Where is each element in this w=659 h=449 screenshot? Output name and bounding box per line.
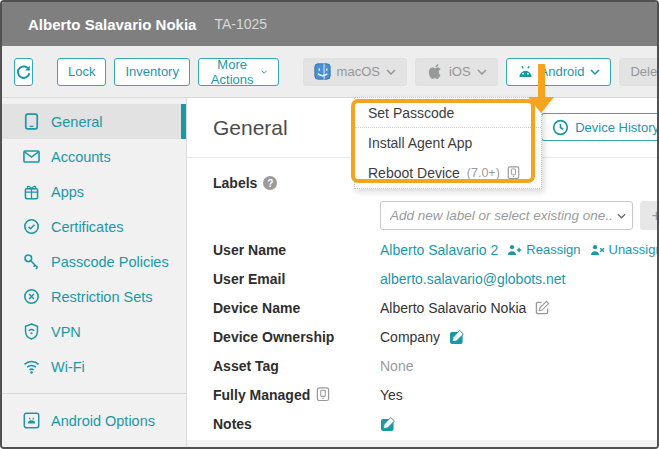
- sidebar-item-android-options[interactable]: Android Options: [2, 403, 186, 438]
- sidebar-label: Certificates: [51, 219, 124, 235]
- general-fields: Labels ? None + User Name: [187, 158, 659, 438]
- action-toolbar: Lock Inventory More Actions macOS iOS: [2, 46, 657, 98]
- device-ownership-row: Device Ownership Company: [213, 322, 659, 351]
- field-label: Notes: [213, 416, 380, 432]
- device-model: TA-1025: [214, 16, 267, 32]
- edit-filled-icon[interactable]: [380, 416, 396, 432]
- shield-wifi-icon: [23, 323, 40, 340]
- sidebar-label: Accounts: [51, 149, 111, 165]
- apple-icon: [426, 63, 443, 80]
- device-sidebar: General Accounts Apps Certificates Passc…: [2, 98, 187, 447]
- inventory-label: Inventory: [125, 64, 178, 79]
- android-icon: [517, 63, 534, 80]
- sidebar-item-restriction-sets[interactable]: Restriction Sets: [2, 279, 186, 314]
- add-label-input[interactable]: [380, 201, 633, 230]
- asset-tag-row: Asset Tag None: [213, 351, 659, 380]
- edit-filled-icon[interactable]: [449, 329, 465, 345]
- add-label-button[interactable]: +: [640, 201, 659, 230]
- sidebar-item-vpn[interactable]: VPN: [2, 314, 186, 349]
- window-body: General Accounts Apps Certificates Passc…: [2, 98, 657, 447]
- sidebar-label: Apps: [51, 184, 84, 200]
- android-label: Android: [540, 64, 585, 79]
- edit-icon[interactable]: [535, 300, 550, 315]
- sidebar-item-apps[interactable]: Apps: [2, 174, 186, 209]
- user-name-row: User Name Alberto Salavario 2 Reassign U…: [213, 235, 659, 264]
- lock-button[interactable]: Lock: [57, 58, 106, 86]
- device-history-label: Device History: [575, 120, 659, 135]
- reassign-link[interactable]: Reassign: [507, 242, 580, 257]
- help-icon[interactable]: ?: [263, 176, 277, 190]
- clock-icon: [552, 119, 569, 136]
- certificate-seal-icon: [23, 218, 40, 235]
- macos-menu-button[interactable]: macOS: [303, 58, 407, 86]
- android-options-icon: [23, 412, 40, 429]
- menu-item-install-agent-app[interactable]: Install Agent App: [355, 128, 541, 158]
- user-email-link[interactable]: alberto.salavario@globots.net: [380, 271, 565, 287]
- ios-label: iOS: [449, 64, 471, 79]
- ios-menu-button[interactable]: iOS: [415, 58, 498, 86]
- menu-item-reboot-device[interactable]: Reboot Device (7.0+): [355, 158, 541, 188]
- android-actions-menu: Set Passcode Install Agent App Reboot De…: [354, 97, 542, 189]
- sidebar-label: General: [51, 114, 103, 130]
- sidebar-label: Android Options: [51, 413, 155, 429]
- inventory-button[interactable]: Inventory: [114, 58, 189, 86]
- person-plus-icon: [507, 244, 522, 256]
- field-label: Asset Tag: [213, 358, 380, 374]
- delete-label: Delete: [630, 64, 659, 79]
- notes-row: Notes: [213, 409, 659, 438]
- device-history-button[interactable]: Device History: [541, 113, 659, 141]
- user-name-link[interactable]: Alberto Salavario 2: [380, 242, 498, 258]
- chevron-down-icon: [386, 69, 396, 75]
- device-title: Alberto Salavario Nokia: [28, 16, 196, 33]
- sidebar-item-certificates[interactable]: Certificates: [2, 209, 186, 244]
- device-details-window: Alberto Salavario Nokia TA-1025 Lock Inv…: [0, 0, 659, 449]
- finder-macos-icon: [314, 63, 331, 80]
- device-ownership-value: Company: [380, 329, 440, 345]
- fully-managed-value: Yes: [380, 387, 403, 403]
- lock-label: Lock: [68, 64, 95, 79]
- page-title: General: [213, 116, 288, 140]
- sidebar-label: Passcode Policies: [51, 254, 169, 270]
- refresh-icon: [15, 63, 32, 80]
- sidebar-label: VPN: [51, 324, 81, 340]
- envelope-icon: [23, 148, 40, 165]
- sidebar-label: Restriction Sets: [51, 289, 153, 305]
- chevron-down-icon: [261, 69, 267, 75]
- fully-managed-row: Fully Managed Yes: [213, 380, 659, 409]
- managed-device-icon: [316, 387, 330, 402]
- more-actions-label: More Actions: [209, 57, 255, 87]
- asset-tag-value: None: [380, 358, 413, 374]
- delete-button[interactable]: Delete: [619, 58, 659, 86]
- chevron-down-icon: [477, 69, 487, 75]
- wifi-icon: [23, 358, 40, 375]
- menu-item-set-passcode[interactable]: Set Passcode: [355, 98, 541, 128]
- managed-device-icon: [507, 166, 520, 180]
- gift-box-icon: [23, 183, 40, 200]
- chevron-down-icon: [617, 213, 626, 219]
- tablet-icon: [23, 113, 40, 130]
- add-label-row: +: [380, 199, 659, 231]
- macos-label: macOS: [337, 64, 380, 79]
- refresh-button[interactable]: [14, 58, 33, 86]
- sidebar-item-passcode-policies[interactable]: Passcode Policies: [2, 244, 186, 279]
- unassign-link[interactable]: Unassign: [590, 242, 659, 257]
- more-actions-button[interactable]: More Actions: [198, 58, 279, 86]
- field-label: Device Name: [213, 300, 380, 316]
- field-label: User Name: [213, 242, 380, 258]
- sidebar-item-general[interactable]: General: [2, 104, 186, 139]
- version-hint: (7.0+): [467, 166, 500, 180]
- person-x-icon: [590, 244, 605, 256]
- android-menu-button[interactable]: Android: [506, 58, 612, 86]
- field-label: Fully Managed: [213, 387, 380, 403]
- window-header: Alberto Salavario Nokia TA-1025: [2, 2, 657, 46]
- sidebar-item-wifi[interactable]: Wi-Fi: [2, 349, 186, 384]
- sidebar-divider: [2, 393, 186, 394]
- sidebar-item-accounts[interactable]: Accounts: [2, 139, 186, 174]
- circle-x-icon: [23, 288, 40, 305]
- key-icon: [23, 253, 40, 270]
- sidebar-label: Wi-Fi: [51, 359, 85, 375]
- user-email-row: User Email alberto.salavario@globots.net: [213, 264, 659, 293]
- device-name-value: Alberto Salavario Nokia: [380, 300, 526, 316]
- field-label: User Email: [213, 271, 380, 287]
- device-name-row: Device Name Alberto Salavario Nokia: [213, 293, 659, 322]
